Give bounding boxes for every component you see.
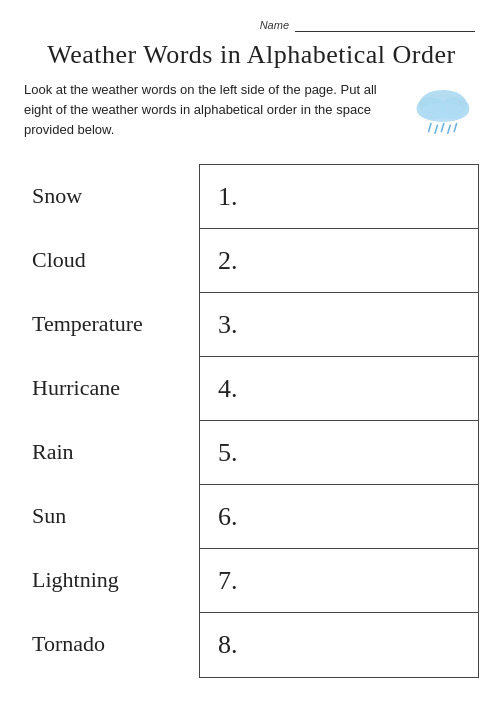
word-item-cloud: Cloud [24,228,199,292]
answer-input-1[interactable] [250,186,478,207]
word-item-lightning: Lightning [24,548,199,612]
word-item-temperature: Temperature [24,292,199,356]
answer-input-5[interactable] [250,442,478,463]
answer-input-4[interactable] [250,378,478,399]
numbered-answer-list: 1. 2. 3. 4. 5. 6. 7. 8. [199,164,479,678]
answer-input-2[interactable] [250,250,478,271]
row-number-6: 6. [218,502,250,532]
page-title: Weather Words in Alphabetical Order [24,40,479,70]
answer-row-1: 1. [200,165,478,229]
svg-line-6 [441,124,443,132]
svg-line-5 [435,125,437,133]
word-item-rain: Rain [24,420,199,484]
svg-line-8 [454,124,456,132]
answer-row-2: 2. [200,229,478,293]
name-label: Name [260,19,289,31]
word-item-tornado: Tornado [24,612,199,676]
instructions-section: Look at the weather words on the left si… [24,80,479,142]
name-underline-field[interactable] [295,18,475,32]
row-number-4: 4. [218,374,250,404]
row-number-3: 3. [218,310,250,340]
name-line: Name [24,18,479,32]
answer-row-7: 7. [200,549,478,613]
instructions-text: Look at the weather words on the left si… [24,80,395,140]
row-number-2: 2. [218,246,250,276]
answer-input-3[interactable] [250,314,478,335]
answer-row-6: 6. [200,485,478,549]
answer-input-6[interactable] [250,506,478,527]
svg-line-4 [429,124,431,132]
answer-input-7[interactable] [250,570,478,591]
answer-row-8: 8. [200,613,478,677]
word-item-sun: Sun [24,484,199,548]
weather-word-list: Snow Cloud Temperature Hurricane Rain Su… [24,164,199,678]
word-item-snow: Snow [24,164,199,228]
answer-row-4: 4. [200,357,478,421]
word-item-hurricane: Hurricane [24,356,199,420]
svg-point-3 [421,103,466,122]
answer-row-3: 3. [200,293,478,357]
svg-line-7 [448,125,450,133]
answer-input-8[interactable] [250,635,478,656]
row-number-5: 5. [218,438,250,468]
answer-row-5: 5. [200,421,478,485]
row-number-1: 1. [218,182,250,212]
cloud-icon [407,82,479,142]
main-content: Snow Cloud Temperature Hurricane Rain Su… [24,164,479,678]
row-number-7: 7. [218,566,250,596]
row-number-8: 8. [218,630,250,660]
